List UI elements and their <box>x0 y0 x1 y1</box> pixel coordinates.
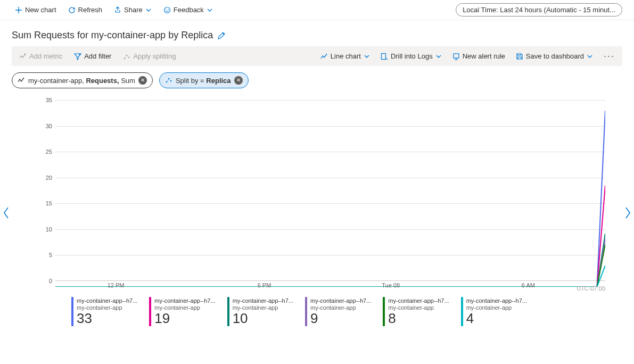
feedback-button[interactable]: Feedback <box>160 4 216 16</box>
drill-logs-button[interactable]: Drill into Logs <box>378 51 444 61</box>
y-tick: 35 <box>46 97 52 103</box>
y-tick: 30 <box>46 123 52 129</box>
legend-swatch <box>71 297 73 326</box>
svg-rect-6 <box>381 53 385 59</box>
metric-pill[interactable]: my-container-app, Requests, Sum ✕ <box>12 72 153 88</box>
legend-series-value: 19 <box>154 311 215 326</box>
split-pill[interactable]: Split by = Replica ✕ <box>159 72 249 88</box>
split-icon <box>123 53 130 60</box>
more-menu-button[interactable]: ··· <box>602 51 617 62</box>
legend-entry[interactable]: my-container-app--h7... my-container-app… <box>305 297 371 326</box>
chevron-down-icon <box>145 7 152 13</box>
new-chart-button[interactable]: New chart <box>12 4 60 16</box>
refresh-button[interactable]: Refresh <box>65 4 106 16</box>
y-tick: 10 <box>46 226 52 233</box>
metric-pill-text: my-container-app, Requests, Sum <box>28 77 135 85</box>
y-tick: 20 <box>46 175 52 181</box>
svg-point-2 <box>168 9 169 10</box>
legend-swatch <box>227 297 229 326</box>
chart-title: Sum Requests for my-container-app by Rep… <box>12 30 213 41</box>
line-chart-icon <box>320 53 328 60</box>
plus-icon <box>15 6 22 14</box>
close-icon[interactable]: ✕ <box>138 76 147 85</box>
line-icon <box>18 77 25 84</box>
legend-series-name: my-container-app--h7... <box>233 297 293 304</box>
legend-series-value: 8 <box>388 311 449 326</box>
legend-entry[interactable]: my-container-app--h7... my-container-app… <box>71 297 137 326</box>
refresh-label: Refresh <box>78 6 103 14</box>
x-tick: 6 AM <box>522 282 535 288</box>
add-metric-button[interactable]: Add metric <box>17 51 64 61</box>
x-tick: 12 PM <box>108 282 125 288</box>
next-arrow[interactable] <box>621 205 634 220</box>
chevron-down-icon <box>587 53 593 60</box>
edit-icon[interactable] <box>217 31 226 40</box>
chevron-down-icon <box>364 53 370 60</box>
chart-type-label: Line chart <box>331 52 361 60</box>
legend-series-sub: my-container-app <box>310 304 371 311</box>
refresh-icon <box>68 6 76 14</box>
legend-series-name: my-container-app--h7... <box>388 297 449 304</box>
save-dashboard-button[interactable]: Save to dashboard <box>514 51 595 61</box>
apply-splitting-button[interactable]: Apply splitting <box>121 51 178 61</box>
filter-icon <box>74 53 81 60</box>
command-bar: New chart Refresh Share Feedback Local T… <box>0 0 634 20</box>
chart-type-button[interactable]: Line chart <box>318 51 372 61</box>
alert-icon <box>452 53 460 60</box>
legend-series-value: 33 <box>77 311 137 326</box>
legend-entry[interactable]: my-container-app--h7... my-container-app… <box>383 297 449 326</box>
smile-icon <box>163 6 171 14</box>
legend-series-value: 9 <box>310 311 371 326</box>
legend-swatch <box>461 297 463 326</box>
x-axis: 12 PM6 PMTue 086 AM <box>55 282 605 292</box>
apply-splitting-label: Apply splitting <box>133 52 176 60</box>
legend-entry[interactable]: my-container-app--h7... my-container-app… <box>461 297 527 326</box>
legend-swatch <box>149 297 151 326</box>
legend-series-value: 10 <box>233 311 293 326</box>
save-icon <box>516 53 523 60</box>
legend-series-sub: my-container-app <box>466 304 527 311</box>
legend-series-name: my-container-app--h7... <box>154 297 215 304</box>
share-button[interactable]: Share <box>111 4 155 16</box>
scatter-icon <box>165 77 172 84</box>
legend-series-name: my-container-app--h7... <box>466 297 527 304</box>
metric-icon <box>19 53 27 60</box>
drill-logs-label: Drill into Logs <box>391 52 433 60</box>
timezone-label: UTC-07:00 <box>577 285 605 292</box>
legend-series-value: 4 <box>466 311 527 326</box>
chart-title-row: Sum Requests for my-container-app by Rep… <box>0 20 634 46</box>
new-alert-button[interactable]: New alert rule <box>450 51 507 61</box>
y-axis: 05101520253035 <box>29 100 55 281</box>
svg-point-0 <box>164 7 170 13</box>
time-range-selector[interactable]: Local Time: Last 24 hours (Automatic - 1… <box>456 3 622 16</box>
svg-rect-7 <box>454 54 459 58</box>
add-filter-label: Add filter <box>84 52 111 60</box>
share-icon <box>114 6 121 14</box>
split-pill-text: Split by = Replica <box>176 77 231 85</box>
legend-series-sub: my-container-app <box>388 304 449 311</box>
close-icon[interactable]: ✕ <box>234 76 243 85</box>
legend-entry[interactable]: my-container-app--h7... my-container-app… <box>227 297 293 326</box>
x-tick: Tue 08 <box>382 282 400 288</box>
logs-icon <box>381 53 388 60</box>
legend-series-name: my-container-app--h7... <box>310 297 371 304</box>
y-tick: 25 <box>46 148 52 155</box>
legend-swatch <box>305 297 307 326</box>
pill-row: my-container-app, Requests, Sum ✕ Split … <box>0 72 634 95</box>
legend-entry[interactable]: my-container-app--h7... my-container-app… <box>149 297 215 326</box>
y-tick: 15 <box>46 200 52 206</box>
chevron-down-icon <box>435 53 442 60</box>
legend-series-name: my-container-app--h7... <box>77 297 137 304</box>
share-label: Share <box>124 6 143 14</box>
prev-arrow[interactable] <box>0 205 13 220</box>
legend: my-container-app--h7... my-container-app… <box>29 292 605 332</box>
y-tick: 5 <box>49 252 52 258</box>
legend-swatch <box>383 297 385 326</box>
add-filter-button[interactable]: Add filter <box>72 51 113 61</box>
add-metric-label: Add metric <box>29 52 62 60</box>
chart-row: 05101520253035 12 PM6 PMTue 086 AM UTC-0… <box>0 95 634 332</box>
x-tick: 6 PM <box>258 282 271 288</box>
new-alert-label: New alert rule <box>463 52 505 60</box>
chart-lines <box>55 100 605 287</box>
feedback-label: Feedback <box>174 6 204 14</box>
